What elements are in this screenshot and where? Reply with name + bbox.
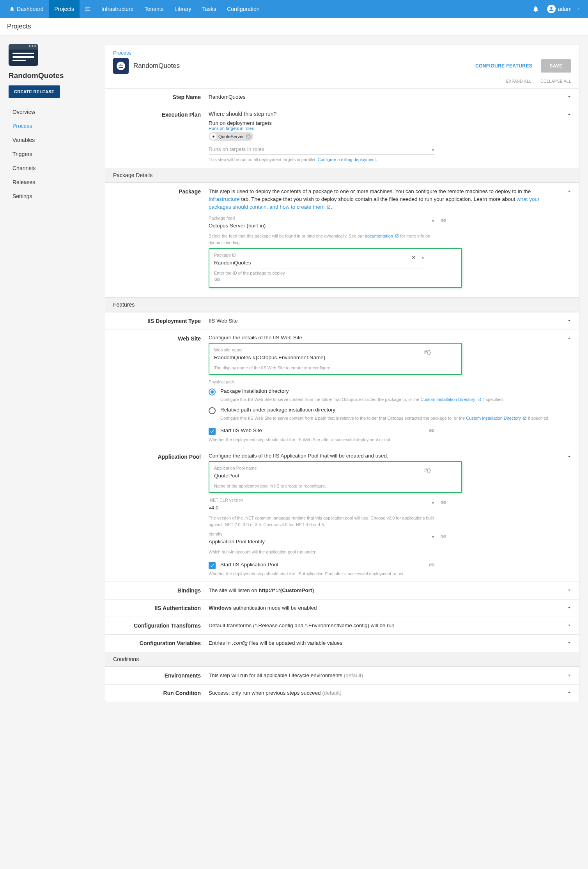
sidebar-item-triggers[interactable]: Triggers [9,147,96,161]
sidebar-item-process[interactable]: Process [9,119,96,133]
feed-input[interactable] [209,221,435,231]
expand-cfg-vars[interactable] [567,640,572,646]
identity-dropdown-icon[interactable]: ▾ [432,535,434,539]
bind-variable-icon[interactable] [440,217,447,224]
feed-dropdown-icon[interactable]: ▾ [432,219,434,223]
exec-plan-label: Execution Plan [105,106,209,168]
role-chip-label: QuoteServer [218,134,244,139]
infra-link[interactable]: Infrastructure [209,196,240,202]
bind-variable-icon[interactable] [429,562,435,569]
package-id-dropdown-icon[interactable]: ▾ [422,256,424,260]
collapse-all[interactable]: COLLAPSE ALL [540,79,571,83]
variable-token-icon[interactable]: #{} [424,467,431,473]
expand-all[interactable]: EXPAND ALL [506,79,531,83]
save-button[interactable]: SAVE [541,59,571,73]
expand-iis-auth[interactable] [567,605,572,610]
create-release-button[interactable]: CREATE RELEASE [9,85,60,98]
configure-features-button[interactable]: CONFIGURE FEATURES [471,60,536,72]
external-link-icon [395,233,399,237]
exec-plan-roles-link[interactable]: Runs on targets in roles [209,126,560,131]
env-label: Environments [105,667,209,684]
step-name-label: Step Name [105,89,209,106]
clear-icon[interactable]: ✕ [411,254,416,261]
nav-search-icon[interactable] [80,0,96,18]
collapse-apppool[interactable] [567,454,572,459]
start-website-help: Whether the deployment step should start… [209,436,560,443]
top-nav: Dashboard Projects Infrastructure Tenant… [0,0,588,18]
sidebar-item-variables[interactable]: Variables [9,133,96,147]
roles-input[interactable] [209,145,435,155]
nav-projects[interactable]: Projects [49,0,80,18]
website-name-input[interactable] [214,353,432,363]
apppool-desc: Configure the details of the IIS Applica… [209,453,560,459]
package-id-input[interactable] [214,258,425,268]
features-header: Features [105,297,579,312]
checkbox-start-website[interactable] [209,428,216,435]
nav-tasks[interactable]: Tasks [197,0,221,18]
apppool-name-label: Application Pool name [214,466,432,470]
custom-install-dir-link[interactable]: Custom Installation Directory [420,397,481,402]
website-name-label: Web site name [214,348,432,352]
website-name-help: The display name of the IIS Web Site to … [214,365,457,371]
page-title: Projects [0,18,588,35]
custom-install-dir-link-2[interactable]: Custom Installation Directory [466,416,527,420]
checkbox-start-apppool[interactable] [209,562,216,569]
user-menu[interactable]: adam [544,5,584,13]
nav-infrastructure[interactable]: Infrastructure [96,0,139,18]
collapse-package[interactable] [567,188,572,194]
identity-help: Which built-in account will the applicat… [209,549,560,555]
breadcrumb[interactable]: Process [113,50,571,56]
notifications-icon[interactable] [528,0,544,18]
identity-input[interactable] [209,537,435,547]
bind-variable-icon[interactable] [429,427,435,435]
expand-bindings[interactable] [567,587,572,593]
apppool-label: Application Pool [105,448,209,582]
dropdown-caret-icon[interactable]: ▾ [432,148,434,152]
iis-auth-value: authentication mode will be enabled [232,605,317,611]
cfg-vars-label: Configuration Variables [105,635,209,652]
sidebar-item-settings[interactable]: Settings [9,189,96,203]
radio-relative-path[interactable] [209,407,216,414]
collapse-exec-plan[interactable] [567,112,572,117]
nav-tenants[interactable]: Tenants [139,0,169,18]
external-link-icon [477,397,481,401]
target-icon: ◈ [210,133,216,140]
nav-configuration[interactable]: Configuration [221,0,265,18]
chevron-down-icon [576,7,581,11]
nav-library[interactable]: Library [169,0,197,18]
chip-remove-icon[interactable]: ✕ [246,134,251,139]
step-title: RandomQuotes [133,62,180,70]
nav-projects-label: Projects [55,6,74,12]
expand-runcond[interactable] [567,690,572,695]
dynamic-binding-doc-link[interactable]: documentation [365,234,399,238]
main-panel: Process RandomQuotes CONFIGURE FEATURES … [105,44,579,702]
exec-plan-run-on: Run on deployment targets [209,120,560,126]
expand-step-name[interactable] [567,94,572,99]
rolling-deploy-link[interactable]: Configure a rolling deployment. [317,157,377,162]
sidebar-item-channels[interactable]: Channels [9,161,96,175]
bind-variable-icon[interactable] [440,533,447,540]
clr-input[interactable] [209,503,435,513]
variable-token-icon[interactable]: #{} [424,349,431,355]
expand-iis-type[interactable] [567,318,572,323]
avatar-icon [547,5,556,13]
bind-variable-icon[interactable] [440,499,447,506]
bind-variable-icon[interactable] [214,278,220,284]
website-desc: Configure the details of the IIS Web Sit… [209,335,560,341]
apppool-name-input[interactable] [214,471,432,481]
collapse-website[interactable] [567,335,572,341]
conditions-header: Conditions [105,652,579,667]
nav-dashboard[interactable]: Dashboard [4,0,49,18]
sidebar-item-overview[interactable]: Overview [9,105,96,119]
expand-cfg-trans[interactable] [567,622,572,628]
start-website-label: Start IIS Web Site [220,427,262,433]
radio-pkg-dir[interactable] [209,388,216,395]
runcond-label: Run Condition [105,685,209,702]
nav-dashboard-label: Dashboard [17,6,44,12]
pkg-id-help: Enter the ID of the package to deploy. [214,270,457,277]
default-tag: (default) [344,672,363,678]
expand-env[interactable] [567,672,572,678]
sidebar-item-releases[interactable]: Releases [9,175,96,189]
clr-dropdown-icon[interactable]: ▾ [432,501,434,505]
package-label: Package [105,183,209,297]
